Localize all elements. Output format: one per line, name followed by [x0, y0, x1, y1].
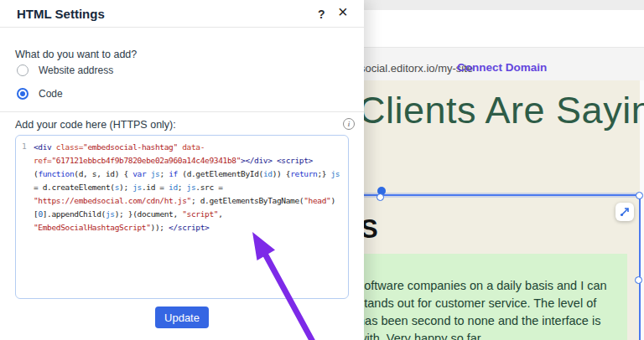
code-editor[interactable]: 1 <div class="embedsocial-hashtag" data-…	[15, 135, 349, 299]
code-content: <div class="embedsocial-hashtag" data-re…	[34, 141, 345, 234]
radio-label: Website address	[39, 64, 113, 76]
code-token: id	[263, 169, 273, 178]
testimonial-line[interactable]: software companies on a daily basis and …	[358, 277, 607, 295]
code-token: .id =	[142, 183, 169, 192]
code-token: (d.getElementById(	[178, 169, 263, 178]
code-token: <div	[34, 142, 56, 152]
code-token: js	[132, 183, 142, 192]
code-token: )	[330, 196, 335, 205]
code-token: var	[132, 169, 146, 178]
code-line: [0].appendChild(js); }(document, "script…	[34, 208, 345, 221]
code-token: </script>	[169, 223, 209, 232]
code-token: ); }(document,	[115, 209, 183, 219]
code-token: function	[38, 169, 74, 178]
code-token: js	[106, 209, 115, 219]
code-line: "https://embedsocial.com/cdn/ht.js"; d.g…	[34, 194, 345, 208]
code-token: js	[330, 169, 340, 178]
code-token: "embedsocial-hashtag"	[83, 142, 178, 152]
code-token: ;	[178, 183, 187, 192]
code-token: ].appendChild(	[43, 209, 106, 219]
testimonial-line[interactable]: stands out for customer service. The lev…	[358, 295, 607, 312]
code-token: .src =	[195, 183, 222, 192]
code-token: ref=	[34, 156, 51, 165]
help-icon[interactable]: ?	[318, 8, 325, 21]
radio-unselected-icon[interactable]	[17, 64, 29, 76]
code-token: js	[151, 169, 160, 178]
code-token: "EmbedSocialHashtagScript"	[34, 223, 151, 232]
code-token: ; d.getElementsByTagName(	[191, 196, 304, 205]
code-token: if	[169, 169, 178, 178]
code-token: ;}	[317, 169, 330, 178]
connect-domain-link[interactable]: Connect Domain	[457, 61, 547, 74]
dialog-title: HTML Settings	[17, 7, 105, 21]
stretch-button[interactable]	[615, 203, 634, 221]
add-type-question: What do you want to add?	[15, 49, 137, 60]
code-token: = d.createElement(	[34, 183, 115, 192]
code-token: (d, s, id) {	[74, 169, 132, 178]
testimonial-text: software companies on a daily basis and …	[358, 277, 607, 340]
code-token: class=	[56, 142, 83, 152]
code-token: ,	[218, 209, 222, 219]
code-line: (function(d, s, id) { var js; if (d.getE…	[34, 167, 345, 181]
code-line: "EmbedSocialHashtagScript")); </script>	[34, 221, 345, 234]
code-token: "617121ebbcb4f9b7820ebe02a960a14c4e9341b…	[51, 156, 241, 165]
code-token: "https://embedsocial.com/cdn/ht.js"	[34, 196, 191, 205]
selection-top-edge	[358, 194, 641, 196]
site-heading[interactable]: Clients Are Saying	[358, 89, 644, 132]
code-token: return	[290, 169, 317, 178]
close-icon[interactable]: ×	[338, 3, 348, 22]
code-token: <script>	[277, 156, 313, 165]
line-number: 1	[22, 142, 27, 151]
code-token: ></div>	[241, 156, 273, 165]
selection-handle[interactable]	[636, 192, 643, 199]
testimonial-line[interactable]: with. Very happy so far.	[358, 330, 607, 340]
code-line: <div class="embedsocial-hashtag" data-	[34, 141, 345, 154]
code-token: js	[187, 183, 196, 192]
testimonial-line[interactable]: has been second to none and the interfac…	[358, 312, 607, 330]
divider	[0, 111, 364, 112]
html-settings-dialog: HTML Settings ? × What do you want to ad…	[0, 0, 364, 340]
site-url: social.editorx.io/my-site	[360, 62, 473, 75]
code-token: "script"	[182, 209, 218, 219]
code-field-label: Add your code here (HTTPS only):	[15, 119, 176, 131]
code-line: ref="617121ebbcb4f9b7820ebe02a960a14c4e9…	[34, 154, 345, 167]
code-token: )) {	[273, 169, 290, 178]
code-line: = d.createElement(s); js.id = id; js.src…	[34, 181, 345, 194]
radio-label: Code	[39, 88, 63, 100]
selection-handle[interactable]	[377, 193, 384, 201]
radio-option-code[interactable]: Code	[17, 88, 63, 100]
radio-selected-icon[interactable]	[17, 88, 29, 100]
divider	[0, 27, 364, 28]
selection-right-edge	[639, 195, 641, 340]
info-icon[interactable]: i	[343, 118, 355, 130]
code-token: data-	[182, 142, 205, 152]
code-token: ;	[159, 169, 169, 178]
code-token: "head"	[304, 196, 330, 205]
diagonal-arrow-icon	[619, 206, 631, 218]
update-button[interactable]: Update	[155, 307, 209, 328]
code-token: ));	[151, 223, 169, 232]
radio-option-website-address[interactable]: Website address	[17, 64, 113, 76]
code-token: id	[169, 183, 178, 192]
code-token: );	[119, 183, 132, 192]
selection-handle[interactable]	[635, 276, 642, 284]
